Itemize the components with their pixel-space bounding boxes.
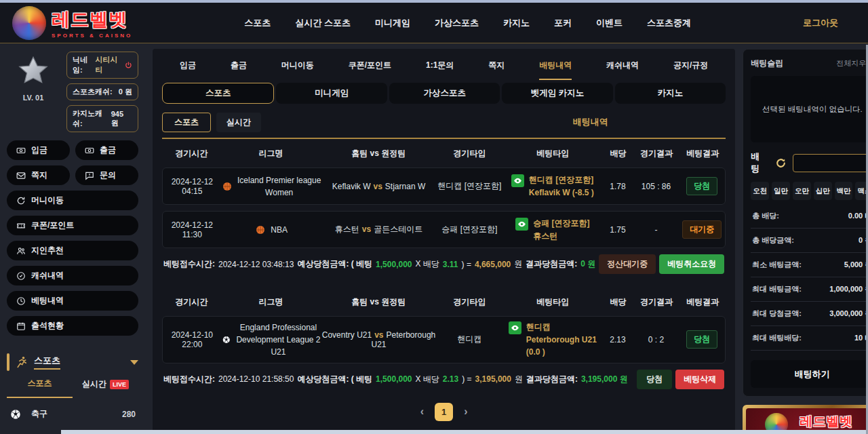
gold-accent-bar xyxy=(7,353,9,371)
nav-sports-broadcast[interactable]: 스포츠중계 xyxy=(647,17,691,29)
max-odds-label: 최대 배팅배당: xyxy=(752,333,802,343)
referral-label: 지인추천 xyxy=(31,245,64,256)
category-tab-sports[interactable]: 스포츠 xyxy=(162,83,274,104)
table-row[interactable]: 2024-12-10 22:00 England Professional De… xyxy=(162,316,726,363)
odds: 1.75 xyxy=(602,225,633,235)
cancel-bet-button[interactable]: 베팅취소요청 xyxy=(659,254,724,274)
place-bet-button[interactable]: 배팅하기 xyxy=(751,360,868,388)
quick-50000-button[interactable]: 오만 xyxy=(793,182,811,200)
refresh-icon[interactable] xyxy=(775,157,787,169)
sport-name: 축구 xyxy=(31,408,47,420)
nav-live-sports[interactable]: 실시간 스포츠 xyxy=(295,17,351,29)
right-sidebar: 배팅슬립 전체지우기 선택된 배팅내역이 없습니다. 배팅 오천 일만 오만 십… xyxy=(743,49,868,434)
category-tab-casino[interactable]: 카지노 xyxy=(615,83,726,104)
sidebar-coupon-point-button[interactable]: 쿠폰/포인트 xyxy=(7,216,138,235)
nav-minigame[interactable]: 미니게임 xyxy=(375,17,410,29)
nav-sports[interactable]: 스포츠 xyxy=(244,17,271,29)
table-header: 경기시간 리그명 홈팀 vs 원정팀 경기타입 베팅타입 배당 경기결과 베팅결… xyxy=(162,288,726,316)
quick-5000-button[interactable]: 오천 xyxy=(751,182,769,200)
cash-history-icon xyxy=(16,271,26,281)
history-toolbar: 스포츠 실시간 배팅내역 xyxy=(162,112,726,132)
col-bet-result: 베팅결과 xyxy=(679,296,726,308)
teams-cell: Keflavik WvsStjarnan W xyxy=(321,182,437,191)
site-logo[interactable]: 레드벨벳 SPORTS & CAISNO xyxy=(12,6,132,40)
result-amount: 3,195,000 원 xyxy=(581,374,628,385)
nav-virtual-sports[interactable]: 가상스포츠 xyxy=(435,17,479,29)
summary-odds: 2.13 xyxy=(443,374,458,384)
sidebar-inquiry-button[interactable]: 문의 xyxy=(75,165,138,185)
power-icon[interactable] xyxy=(125,61,132,69)
col-game-type: 경기타입 xyxy=(436,148,502,159)
chat-bubble-icon xyxy=(85,171,94,180)
sidebar-referral-button[interactable]: 지인추천 xyxy=(7,241,138,260)
tab-money-transfer[interactable]: 머니이동 xyxy=(281,60,314,80)
tab-inquiry[interactable]: 1:1문의 xyxy=(426,60,454,80)
away-team: 골든스테이트 xyxy=(374,224,422,234)
toolbar-live-button[interactable]: 실시간 xyxy=(216,113,261,132)
bet-amount-input[interactable] xyxy=(793,154,868,172)
sidebar-betting-history-button[interactable]: 베팅내역 xyxy=(7,291,138,311)
receipt-time-label: 베팅접수시간: xyxy=(163,258,215,270)
sidebar-item-soccer[interactable]: 축구 280 xyxy=(7,398,138,430)
table-header: 경기시간 리그명 홈팀 vs 원정팀 경기타입 베팅타입 배당 경기결과 베팅결… xyxy=(162,139,726,167)
sidebar-tab-live[interactable]: 실시간 LIVE xyxy=(73,378,138,398)
tab-deposit[interactable]: 입금 xyxy=(180,60,196,80)
sidebar-withdraw-button[interactable]: 출금 xyxy=(75,140,138,160)
banner-logo-title: 레드벨벳 xyxy=(793,413,859,431)
sidebar-message-button[interactable]: 쪽지 xyxy=(7,165,70,185)
expected-amount: 4,665,000 xyxy=(475,260,511,269)
col-time: 경기시간 xyxy=(162,296,221,308)
toolbar-sports-button[interactable]: 스포츠 xyxy=(162,113,211,132)
col-result: 경기결과 xyxy=(633,296,679,308)
table-row[interactable]: 2024-12-12 04:15 Iceland Premier league … xyxy=(162,167,726,205)
nav-event[interactable]: 이벤트 xyxy=(596,17,623,29)
max-win-label: 최대 당첨금액: xyxy=(752,309,802,319)
logout-button[interactable]: 로그아웃 xyxy=(803,17,838,29)
clear-all-button[interactable]: 전체지우기 xyxy=(836,58,868,68)
sports-section-header[interactable]: 스포츠 xyxy=(7,353,138,371)
pagination: ‹ 1 › xyxy=(162,403,726,421)
sidebar-cash-history-button[interactable]: 캐쉬내역 xyxy=(7,266,138,285)
betting-history-label: 베팅내역 xyxy=(31,295,64,307)
quick-10000-button[interactable]: 일만 xyxy=(772,182,790,200)
table-row[interactable]: 2024-12-12 11:30 NBA 휴스턴vs골든스테이트 승패 [연장포… xyxy=(162,211,726,248)
page-number-button[interactable]: 1 xyxy=(435,403,453,421)
sidebar-attendance-button[interactable]: 출석현황 xyxy=(7,316,138,336)
casino-cash-label: 카지노캐쉬: xyxy=(73,108,111,129)
delete-bet-button[interactable]: 베팅삭제 xyxy=(675,370,724,389)
category-tab-virtual-sports[interactable]: 가상스포츠 xyxy=(389,83,500,104)
away-team: Stjarnan W xyxy=(385,182,425,191)
quick-100000-button[interactable]: 십만 xyxy=(814,182,832,200)
expected-amount-label: 예상당첨금액: ( 베팅 xyxy=(297,374,372,385)
next-page-button[interactable]: › xyxy=(464,406,467,418)
basketball-league-icon xyxy=(222,181,233,192)
eye-icon[interactable] xyxy=(509,321,521,334)
tab-betting-history[interactable]: 배팅내역 xyxy=(539,60,572,80)
prev-page-button[interactable]: ‹ xyxy=(420,406,424,418)
category-tab-betgame-casino[interactable]: 벳게임 카지노 xyxy=(502,83,612,104)
sidebar-tab-sports[interactable]: 스포츠 xyxy=(7,378,73,398)
tab-cash-history[interactable]: 캐쉬내역 xyxy=(606,60,639,80)
top-header: 레드벨벳 SPORTS & CAISNO 스포츠 실시간 스포츠 미니게임 가상… xyxy=(0,3,868,43)
category-tab-minigame[interactable]: 미니게임 xyxy=(276,83,387,104)
eye-icon[interactable] xyxy=(515,218,528,231)
score: 0 : 2 xyxy=(633,335,679,344)
sidebar-money-transfer-button[interactable]: 머니이동 xyxy=(7,191,138,210)
sports-live-tabs: 스포츠 실시간 LIVE xyxy=(7,378,138,398)
casino-cash-value: 945 원 xyxy=(111,110,132,128)
won-unit: 원 xyxy=(514,258,522,270)
page-layout: LV. 01 닉네임: 시티시티 스포츠캐쉬: 0 원 xyxy=(0,43,868,433)
casino-cash-field: 카지노캐쉬: 945 원 xyxy=(66,105,138,132)
game-type: 핸디캡 [연장포함] xyxy=(436,180,502,192)
nav-casino[interactable]: 카지노 xyxy=(503,17,530,29)
eye-icon[interactable] xyxy=(511,174,524,187)
quick-1000000-button[interactable]: 백만 xyxy=(835,182,853,200)
tab-notice-rules[interactable]: 공지/규정 xyxy=(673,60,708,80)
tab-coupon-point[interactable]: 쿠폰/포인트 xyxy=(349,60,391,80)
nav-poker[interactable]: 포커 xyxy=(554,17,572,29)
tab-withdraw[interactable]: 출금 xyxy=(231,60,247,80)
max-bet-value: 1,000,000 원 xyxy=(829,284,868,294)
bet-slip-stats: 총 배당:0.00 배 총 배당금액:0 원 최소 배팅금액:5,000 원 최… xyxy=(751,204,868,351)
sidebar-deposit-button[interactable]: 입금 xyxy=(7,140,70,160)
tab-message[interactable]: 쪽지 xyxy=(488,60,505,80)
